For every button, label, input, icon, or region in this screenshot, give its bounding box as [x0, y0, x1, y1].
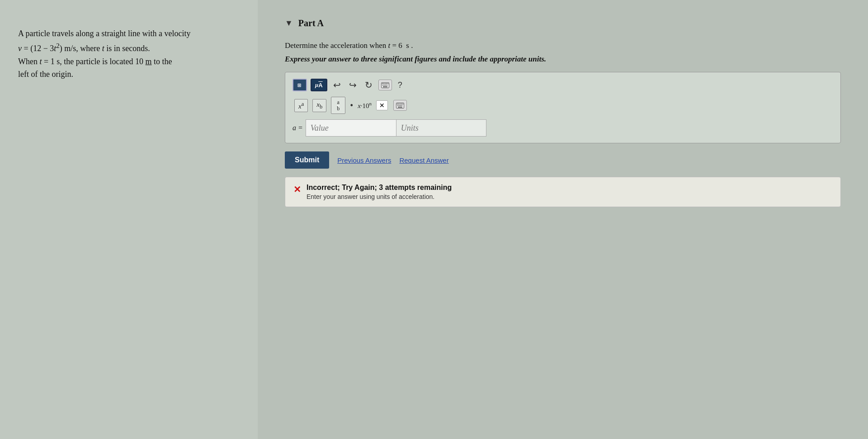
svg-rect-8 — [385, 85, 386, 85]
svg-rect-4 — [386, 83, 387, 84]
svg-rect-19 — [400, 105, 401, 106]
svg-rect-21 — [398, 107, 402, 108]
x10n-label: x·10n — [358, 101, 372, 110]
units-input[interactable] — [396, 119, 486, 137]
action-row: Submit Previous Answers Request Answer — [285, 151, 841, 169]
undo-button[interactable]: ↩ — [331, 79, 343, 91]
refresh-button[interactable]: ↻ — [363, 79, 375, 91]
help-button[interactable]: ? — [396, 80, 405, 91]
instruction-text: Express your answer to three significant… — [285, 55, 841, 64]
redo-button[interactable]: ↪ — [347, 79, 359, 91]
error-box: ✕ Incorrect; Try Again; 3 attempts remai… — [285, 177, 841, 207]
answer-box: ⊞ μA ↩ ↪ ↻ — [285, 72, 841, 143]
problem-line2: v = (12 − 3t2) m/s, where t is in second… — [18, 44, 150, 53]
keyboard-button[interactable] — [378, 80, 392, 90]
subscript-button[interactable]: xb — [312, 99, 326, 112]
svg-rect-6 — [382, 85, 383, 85]
svg-rect-3 — [385, 83, 386, 84]
svg-rect-9 — [387, 85, 387, 85]
previous-answers-link[interactable]: Previous Answers — [337, 156, 391, 164]
error-content: Incorrect; Try Again; 3 attempts remaini… — [307, 184, 452, 200]
submit-button[interactable]: Submit — [285, 151, 329, 169]
answer-label: a = — [292, 124, 303, 132]
svg-rect-17 — [397, 105, 398, 106]
svg-rect-2 — [383, 83, 384, 84]
svg-rect-10 — [383, 86, 387, 87]
svg-rect-7 — [384, 85, 385, 85]
error-sub-text: Enter your answer using units of acceler… — [307, 193, 452, 200]
error-main-text: Incorrect; Try Again; 3 attempts remaini… — [307, 184, 452, 192]
svg-rect-1 — [382, 83, 383, 84]
svg-rect-16 — [402, 104, 403, 104]
part-header: ▼ Part A — [285, 18, 841, 28]
clear-button[interactable]: ✕ — [376, 100, 388, 110]
svg-rect-13 — [398, 104, 399, 104]
svg-rect-12 — [397, 104, 398, 104]
svg-rect-20 — [401, 105, 402, 106]
request-answer-link[interactable]: Request Answer — [399, 156, 448, 164]
left-panel: A particle travels along a straight line… — [0, 0, 258, 439]
error-x-icon: ✕ — [293, 184, 301, 195]
problem-statement: A particle travels along a straight line… — [18, 27, 240, 81]
problem-line1: A particle travels along a straight line… — [18, 29, 190, 38]
toolbar-row: ⊞ μA ↩ ↪ ↻ — [292, 79, 833, 91]
keyboard-button-2[interactable] — [393, 100, 407, 111]
right-panel: ▼ Part A Determine the acceleration when… — [258, 0, 868, 439]
mu-a-button[interactable]: μA — [311, 79, 327, 91]
superscript-button[interactable]: xa — [294, 99, 308, 112]
answer-row: a = — [292, 119, 833, 137]
part-title: Part A — [298, 18, 324, 28]
problem-line3: When t = 1 s, the particle is located 10… — [18, 57, 172, 66]
dot-separator: • — [350, 100, 353, 111]
svg-rect-15 — [401, 104, 402, 104]
svg-rect-5 — [387, 83, 388, 84]
math-row: xa xb a b • x·10n ✕ — [292, 97, 833, 114]
collapse-arrow-icon[interactable]: ▼ — [285, 19, 293, 28]
matrix-button[interactable]: ⊞ — [292, 79, 307, 91]
svg-rect-14 — [400, 104, 401, 104]
problem-line4: left of the origin. — [18, 70, 73, 79]
svg-rect-18 — [399, 105, 400, 106]
question-text: Determine the acceleration when t = 6 s … — [285, 41, 841, 50]
fraction-button[interactable]: a b — [331, 97, 345, 114]
value-input[interactable] — [306, 119, 396, 137]
